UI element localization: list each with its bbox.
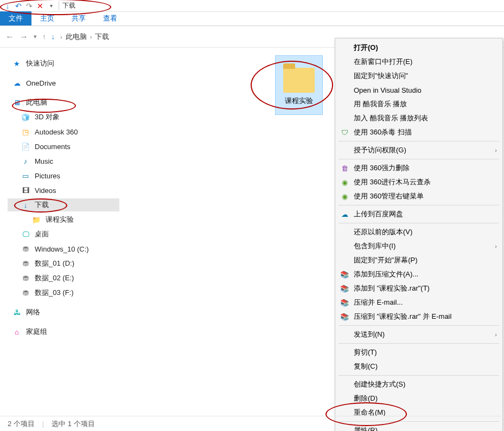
nav-up-icon[interactable]: ↑ <box>42 33 46 41</box>
ctx-kuwo-add[interactable]: 加入 酷我音乐 播放列表 <box>335 111 502 125</box>
sidebar-3d-objects[interactable]: 🧊3D 对象 <box>10 111 119 124</box>
sidebar-homegroup[interactable]: ⌂家庭组 <box>10 325 119 338</box>
redo-icon[interactable]: ↷ <box>25 2 34 10</box>
sidebar-drive-e[interactable]: ⛃数据_02 (E:) <box>10 272 119 285</box>
ctx-add-archive[interactable]: 📚添加到压缩文件(A)... <box>335 267 502 281</box>
ctx-label: 删除(D) <box>354 394 378 403</box>
ctx-360-scan[interactable]: 🛡使用 360杀毒 扫描 <box>335 125 502 139</box>
sidebar-quick-access[interactable]: ★ 快速访问 <box>10 57 119 70</box>
ctx-360-trojan-scan[interactable]: ◉使用 360进行木马云查杀 <box>335 175 502 189</box>
qat-download-icon[interactable]: ↓ <box>3 2 12 10</box>
nav-sidebar: ★ 快速访问 ☁ OneDrive 🖥 此电脑 🧊3D 对象 ◳Autodesk… <box>0 48 119 422</box>
location-icon: ↓ <box>52 33 55 41</box>
ctx-label: 压缩并 E-mail... <box>354 298 403 307</box>
crumb-root[interactable]: 此电脑 <box>66 32 87 42</box>
ctx-label: 使用 360管理右键菜单 <box>354 191 424 201</box>
delete-icon[interactable]: ✕ <box>36 2 44 10</box>
chevron-right-icon: › <box>90 34 92 40</box>
sidebar-downloads-child[interactable]: 📁课程实验 <box>10 213 119 226</box>
ctx-compress-rar-email[interactable]: 📚压缩到 "课程实验.rar" 并 E-mail <box>335 310 502 324</box>
ctx-send-to[interactable]: 发送到(N)› <box>335 327 502 342</box>
archive-icon: 📚 <box>340 312 349 321</box>
cloud-icon: ☁ <box>340 209 349 219</box>
nav-recent-icon[interactable]: ▾ <box>34 33 37 40</box>
sidebar-documents[interactable]: 📄Documents <box>10 140 119 153</box>
ctx-label: 授予访问权限(G) <box>354 145 406 155</box>
archive-icon: 📚 <box>340 269 349 279</box>
ctx-add-rar[interactable]: 📚添加到 "课程实验.rar"(T) <box>335 281 502 295</box>
crumb-folder[interactable]: 下载 <box>95 32 109 42</box>
sidebar-drive-f[interactable]: ⛃数据_03 (F:) <box>10 286 119 299</box>
ctx-open-visual-studio[interactable]: Open in Visual Studio <box>335 83 502 97</box>
nav-forward-icon[interactable]: → <box>20 32 28 42</box>
sidebar-drive-d[interactable]: ⛃数据_01 (D:) <box>10 257 119 270</box>
ctx-label: 上传到百度网盘 <box>354 209 403 219</box>
network-icon: 🖧 <box>12 307 22 317</box>
sidebar-music[interactable]: ♪Music <box>10 155 119 168</box>
3d-icon: 🧊 <box>21 112 30 122</box>
sidebar-label: 下载 <box>35 200 49 210</box>
sidebar-drive-c[interactable]: ⛃Windows_10 (C:) <box>10 242 119 255</box>
ribbon-home-tab[interactable]: 主页 <box>31 11 63 25</box>
ribbon-file-tab[interactable]: 文件 <box>0 11 31 25</box>
sidebar-pictures[interactable]: ▭Pictures <box>10 169 119 182</box>
chevron-right-icon: › <box>495 147 497 153</box>
star-icon: ★ <box>12 59 22 68</box>
sidebar-label: Pictures <box>35 172 60 180</box>
ctx-cut[interactable]: 剪切(T) <box>335 345 502 359</box>
status-bar: 2 个项目 | 选中 1 个项目 <box>0 416 504 431</box>
ctx-open[interactable]: 打开(O) <box>335 41 502 55</box>
ctx-baidu-upload[interactable]: ☁上传到百度网盘 <box>335 207 502 221</box>
folder-icon: 📁 <box>31 215 41 224</box>
music-icon: ♪ <box>21 156 30 166</box>
ctx-separator <box>339 325 499 326</box>
sidebar-label: Videos <box>35 186 56 195</box>
cloud-icon: ☁ <box>12 78 22 88</box>
drive-icon: ⛃ <box>21 244 30 254</box>
ribbon-view-tab[interactable]: 查看 <box>94 11 126 25</box>
ctx-pin-quick-access[interactable]: 固定到"快速访问" <box>335 69 502 83</box>
sidebar-label: 数据_02 (E:) <box>35 273 74 283</box>
ribbon-share-tab[interactable]: 共享 <box>63 11 94 25</box>
ctx-label: 剪切(T) <box>354 348 377 357</box>
ctx-include-library[interactable]: 包含到库中(I)› <box>335 239 502 253</box>
pc-icon: 🖥 <box>12 98 22 107</box>
ctx-pin-start[interactable]: 固定到"开始"屏幕(P) <box>335 253 502 267</box>
sidebar-network[interactable]: 🖧网络 <box>10 306 119 319</box>
undo-icon[interactable]: ↶ <box>14 2 23 10</box>
sidebar-this-pc[interactable]: 🖥 此电脑 <box>10 96 119 109</box>
qat-dropdown-icon[interactable]: ▾ <box>47 2 55 10</box>
window-title: 下载 <box>62 1 75 10</box>
ctx-kuwo-play[interactable]: 用 酷我音乐 播放 <box>335 97 502 111</box>
ctx-open-new-window[interactable]: 在新窗口中打开(E) <box>335 55 502 69</box>
context-menu: 打开(O) 在新窗口中打开(E) 固定到"快速访问" Open in Visua… <box>335 38 503 431</box>
ctx-label: 复制(C) <box>354 362 378 371</box>
ctx-copy[interactable]: 复制(C) <box>335 359 502 374</box>
autodesk-icon: ◳ <box>21 127 30 137</box>
sidebar-label: 快速访问 <box>26 59 54 68</box>
ctx-restore-previous[interactable]: 还原以前的版本(V) <box>335 225 502 239</box>
sidebar-autodesk[interactable]: ◳Autodesk 360 <box>10 125 119 138</box>
homegroup-icon: ⌂ <box>12 327 22 337</box>
sidebar-desktop[interactable]: 🖵桌面 <box>10 228 119 241</box>
sidebar-videos[interactable]: 🎞Videos <box>10 184 119 197</box>
sidebar-label: Autodesk 360 <box>35 128 78 136</box>
ctx-separator <box>339 205 499 205</box>
ctx-compress-email[interactable]: 📚压缩并 E-mail... <box>335 295 502 310</box>
chevron-right-icon: › <box>60 34 62 40</box>
ctx-360-rightmenu[interactable]: ◉使用 360管理右键菜单 <box>335 189 502 203</box>
folder-item[interactable]: 课程实验 <box>275 55 323 115</box>
ctx-delete[interactable]: 删除(D) <box>335 391 502 406</box>
folder-icon <box>283 68 315 93</box>
ctx-create-shortcut[interactable]: 创建快捷方式(S) <box>335 377 502 391</box>
nav-back-icon[interactable]: ← <box>5 32 14 42</box>
sidebar-onedrive[interactable]: ☁ OneDrive <box>10 76 119 89</box>
breadcrumb[interactable]: › 此电脑 › 下载 <box>60 32 109 42</box>
ribbon: 文件 主页 共享 查看 <box>0 12 504 26</box>
sidebar-label: Music <box>35 157 53 165</box>
ctx-grant-access[interactable]: 授予访问权限(G)› <box>335 143 502 157</box>
sidebar-downloads[interactable]: ↓下载 <box>8 198 119 211</box>
ctx-360-force-delete[interactable]: 🗑使用 360强力删除 <box>335 161 502 175</box>
drive-icon: ⛃ <box>21 288 30 298</box>
drive-icon: ⛃ <box>21 273 30 283</box>
